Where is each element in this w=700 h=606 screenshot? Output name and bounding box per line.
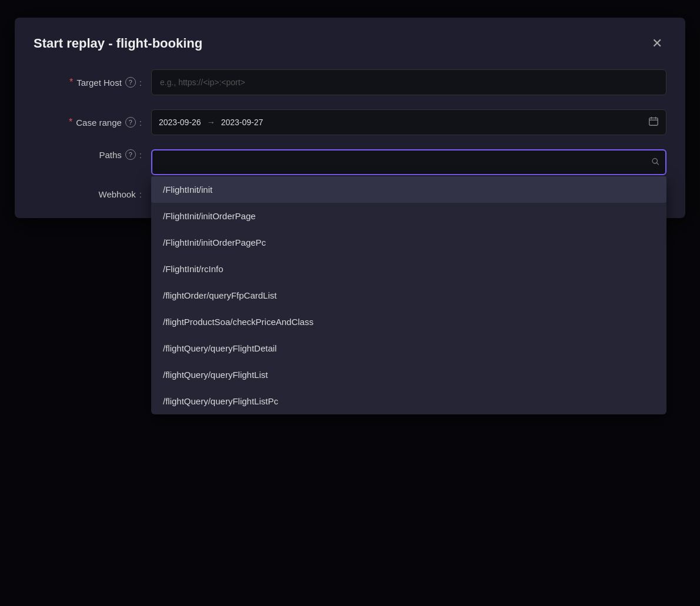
dropdown-item-6[interactable]: /flightQuery/queryFlightDetail [151,335,666,361]
dropdown-item-8[interactable]: /flightQuery/queryFlightListPc [151,388,666,414]
close-button[interactable]: ✕ [648,34,666,53]
modal-dialog: Start replay - flight-booking ✕ * Target… [15,18,685,218]
target-host-label: * Target Host ? : [34,77,151,88]
modal-overlay: Start replay - flight-booking ✕ * Target… [0,0,700,606]
date-range-arrow: → [207,118,215,127]
paths-label: Paths ? : [34,149,151,160]
date-start-value: 2023-09-26 [159,118,201,127]
dropdown-item-2[interactable]: /FlightInit/initOrderPagePc [151,229,666,256]
webhook-label: Webhook : [34,189,151,199]
target-host-row: * Target Host ? : [34,69,666,95]
dropdown-item-3[interactable]: /FlightInit/rcInfo [151,256,666,282]
case-range-label: * Case range ? : [34,117,151,128]
dropdown-item-4[interactable]: /flightOrder/queryFfpCardList [151,282,666,309]
calendar-icon [648,116,659,129]
required-star-host: * [69,77,73,88]
case-range-help-icon[interactable]: ? [125,117,136,128]
paths-input[interactable] [151,149,666,175]
dropdown-item-5[interactable]: /flightProductSoa/checkPriceAndClass [151,309,666,335]
paths-input-wrapper: /FlightInit/init /FlightInit/initOrderPa… [151,149,666,175]
paths-label-text: Paths [99,150,121,160]
dropdown-item-7[interactable]: /flightQuery/queryFlightList [151,361,666,388]
paths-help-icon[interactable]: ? [125,149,136,160]
case-range-row: * Case range ? : 2023-09-26 → 2023-09-27 [34,109,666,135]
close-icon: ✕ [652,36,662,51]
target-host-input[interactable] [151,69,666,95]
dropdown-item-1[interactable]: /FlightInit/initOrderPage [151,203,666,229]
paths-dropdown: /FlightInit/init /FlightInit/initOrderPa… [151,176,666,414]
webhook-label-text: Webhook [99,189,136,199]
paths-row: Paths ? : /FlightInit/init /FlightIn [34,149,666,175]
case-range-label-text: Case range [76,118,122,128]
target-host-label-text: Target Host [76,78,122,88]
svg-rect-0 [649,118,658,126]
date-range-picker[interactable]: 2023-09-26 → 2023-09-27 [151,109,666,135]
dropdown-item-0[interactable]: /FlightInit/init [151,176,666,203]
modal-title: Start replay - flight-booking [34,36,202,51]
date-end-value: 2023-09-27 [221,118,642,127]
modal-header: Start replay - flight-booking ✕ [34,34,666,53]
target-host-help-icon[interactable]: ? [125,77,136,88]
required-star-case: * [69,117,72,128]
